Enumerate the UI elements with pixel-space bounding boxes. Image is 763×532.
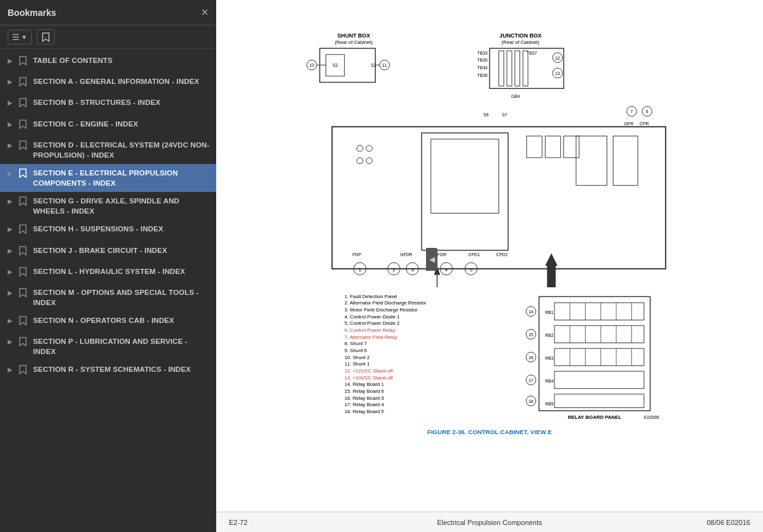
sidebar-item-sec-b[interactable]: ▶SECTION B - STRUCTURES - INDEX	[0, 93, 216, 114]
sidebar-item-sec-j[interactable]: ▶SECTION J - BRAKE CIRCUIT - INDEX	[0, 242, 216, 263]
bookmark-label: SECTION A - GENERAL INFORMATION - INDEX	[33, 76, 211, 86]
sidebar-item-toc[interactable]: ▶TABLE OF CONTENTS	[0, 51, 216, 72]
bookmark-label: SECTION D - ELECTRICAL SYSTEM (24VDC NON…	[33, 140, 211, 160]
svg-text:CPR: CPR	[640, 121, 649, 126]
svg-text:TB35: TB35	[478, 58, 488, 62]
diagram-container: SHUNT BOX (Rear of Cabinet) JUNCTION BOX…	[229, 6, 750, 505]
sidebar-item-sec-r[interactable]: ▶SECTION R - SYSTEM SCHEMATICS - INDEX	[0, 360, 216, 381]
sidebar-item-sec-e[interactable]: ▶SECTION E - ELECTRICAL PROPULSION COMPO…	[0, 164, 216, 192]
svg-point-38	[357, 146, 363, 152]
bookmark-icon	[19, 196, 29, 209]
bookmark-label: SECTION M - OPTIONS AND SPECIAL TOOLS - …	[33, 287, 211, 308]
sidebar-title: Bookmarks	[8, 8, 56, 18]
svg-text:4. Control Power Diode 1: 4. Control Power Diode 1	[345, 314, 400, 320]
svg-text:6. Control Power Relay: 6. Control Power Relay	[345, 327, 395, 333]
expand-arrow-icon: ▶	[8, 57, 17, 65]
footer-date-code: 08/06 E02016	[577, 519, 750, 526]
sidebar-item-sec-h[interactable]: ▶SECTION H - SUSPENSIONS - INDEX	[0, 220, 216, 241]
svg-text:10. Shunt 2: 10. Shunt 2	[345, 355, 370, 360]
svg-text:RB5: RB5	[545, 402, 553, 406]
svg-rect-21	[507, 51, 512, 86]
svg-rect-96	[554, 394, 644, 407]
bookmark-icon	[19, 56, 29, 69]
sidebar-header: Bookmarks ×	[0, 0, 216, 25]
expand-arrow-icon: ▶	[8, 289, 17, 297]
expand-arrow-icon: ▶	[8, 120, 17, 129]
bookmark-label: SECTION N - OPERATORS CAB - INDEX	[33, 315, 211, 325]
svg-text:14. Relay Board 1: 14. Relay Board 1	[345, 381, 384, 387]
expand-arrow-icon: ▶	[8, 268, 17, 276]
expand-arrow-icon: ▶	[8, 225, 17, 234]
bookmark-label: TABLE OF CONTENTS	[33, 55, 211, 65]
svg-text:2: 2	[392, 267, 395, 273]
svg-rect-43	[431, 139, 499, 214]
sidebar-item-sec-a[interactable]: ▶SECTION A - GENERAL INFORMATION - INDEX	[0, 72, 216, 93]
svg-rect-4	[320, 48, 375, 82]
svg-text:4: 4	[445, 267, 448, 273]
svg-text:5: 5	[470, 267, 472, 273]
svg-text:16: 16	[528, 355, 533, 360]
svg-text:GFDR: GFDR	[400, 252, 412, 257]
sidebar-item-sec-g[interactable]: ▶SECTION G - DRIVE AXLE, SPINDLE AND WHE…	[0, 192, 216, 220]
svg-text:6: 6	[646, 109, 649, 114]
svg-text:TB34: TB34	[478, 65, 488, 70]
bookmark-label: SECTION R - SYSTEM SCHEMATICS - INDEX	[33, 364, 211, 374]
sidebar-item-sec-m[interactable]: ▶SECTION M - OPTIONS AND SPECIAL TOOLS -…	[0, 283, 216, 311]
sidebar-collapse-button[interactable]: ◀	[426, 248, 437, 271]
bookmark-icon	[19, 337, 29, 350]
sidebar-toolbar: ☰▼	[0, 25, 216, 49]
diagram-svg: SHUNT BOX (Rear of Cabinet) JUNCTION BOX…	[229, 6, 750, 439]
close-button[interactable]: ×	[201, 5, 209, 20]
svg-rect-92	[554, 303, 644, 320]
svg-text:14: 14	[528, 310, 533, 314]
svg-text:8. Shunt 7: 8. Shunt 7	[345, 341, 367, 346]
svg-point-39	[366, 146, 373, 152]
expand-arrow-icon: ▶	[8, 169, 17, 178]
bookmark-label: SECTION E - ELECTRICAL PROPULSION COMPON…	[33, 168, 211, 188]
bookmark-list: ▶TABLE OF CONTENTS▶SECTION A - GENERAL I…	[0, 49, 216, 532]
svg-text:17: 17	[528, 378, 533, 383]
svg-text:12. +12VDC Stand-off: 12. +12VDC Stand-off	[345, 368, 394, 374]
svg-text:18: 18	[528, 399, 533, 404]
bookmark-button[interactable]	[37, 29, 55, 44]
svg-text:RB2: RB2	[545, 333, 553, 338]
expand-arrow-icon: ▶	[8, 141, 17, 150]
svg-rect-42	[422, 133, 508, 250]
svg-rect-44	[576, 136, 607, 186]
svg-text:S2: S2	[333, 63, 338, 67]
svg-text:17. Relay Board 4: 17. Relay Board 4	[345, 402, 385, 407]
svg-marker-66	[545, 254, 557, 266]
sidebar-item-sec-d[interactable]: ▶SECTION D - ELECTRICAL SYSTEM (24VDC NO…	[0, 136, 216, 164]
svg-text:13: 13	[555, 71, 560, 76]
page-footer: E2-72 Electrical Propulsion Components 0…	[216, 512, 763, 532]
svg-rect-94	[554, 348, 644, 365]
svg-text:RELAY BOARD PANEL: RELAY BOARD PANEL	[568, 414, 621, 420]
svg-text:1. Fault Detection Panel: 1. Fault Detection Panel	[345, 294, 397, 299]
sidebar-item-sec-n[interactable]: ▶SECTION N - OPERATORS CAB - INDEX	[0, 311, 216, 332]
main-content: SHUNT BOX (Rear of Cabinet) JUNCTION BOX…	[216, 0, 763, 532]
svg-text:S7: S7	[502, 113, 507, 117]
svg-rect-47	[545, 136, 560, 158]
bookmark-icon	[19, 316, 29, 329]
svg-rect-93	[554, 325, 644, 343]
bookmark-icon	[19, 267, 29, 280]
svg-text:15. Relay Board 6: 15. Relay Board 6	[345, 388, 384, 394]
expand-arrow-icon: ▶	[8, 99, 17, 107]
svg-rect-67	[547, 266, 556, 287]
svg-text:11: 11	[382, 63, 387, 67]
sidebar-item-sec-l[interactable]: ▶SECTION L - HYDRAULIC SYSTEM - INDEX	[0, 263, 216, 283]
sidebar-item-sec-p[interactable]: ▶SECTION P - LUBRICATION AND SERVICE - I…	[0, 332, 216, 360]
sidebar-item-sec-c[interactable]: ▶SECTION C - ENGINE - INDEX	[0, 115, 216, 136]
footer-section-title: Electrical Propulsion Components	[402, 519, 576, 526]
svg-rect-20	[499, 51, 504, 86]
expand-all-button[interactable]: ☰▼	[8, 30, 32, 44]
svg-text:18. Relay Board 5: 18. Relay Board 5	[345, 409, 384, 414]
svg-text:TB33: TB33	[478, 51, 488, 55]
svg-rect-48	[564, 136, 579, 158]
svg-text:15: 15	[528, 332, 533, 337]
page-content: SHUNT BOX (Rear of Cabinet) JUNCTION BOX…	[216, 0, 763, 512]
svg-rect-23	[523, 51, 528, 86]
svg-rect-46	[526, 136, 542, 158]
svg-point-41	[366, 158, 373, 164]
svg-text:(Rear of Cabinet): (Rear of Cabinet)	[502, 39, 540, 45]
